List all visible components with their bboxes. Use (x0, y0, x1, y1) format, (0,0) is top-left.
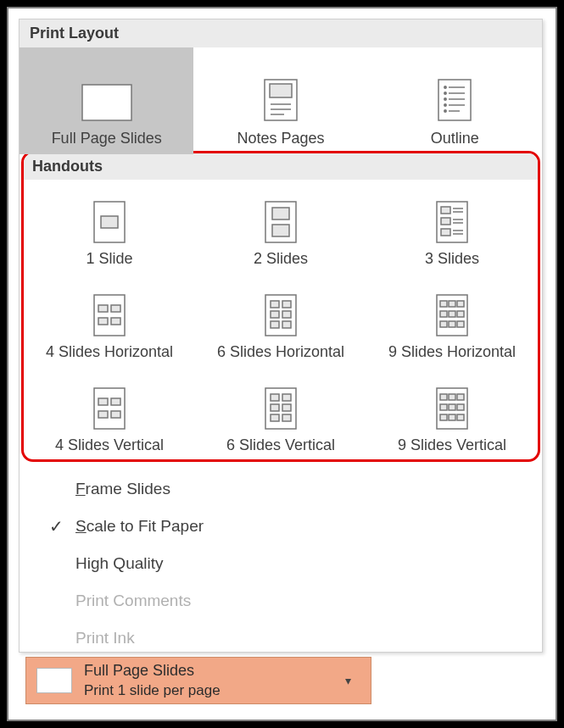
dropdown-text: Full Page Slides Print 1 slide per page (84, 661, 345, 699)
notes-pages-icon (264, 79, 298, 121)
svg-rect-61 (282, 394, 291, 401)
svg-rect-71 (449, 404, 455, 410)
svg-rect-0 (82, 85, 131, 120)
layout-option-full-page[interactable]: Full Page Slides (20, 47, 193, 154)
svg-rect-43 (282, 321, 291, 328)
outline-icon (438, 79, 472, 121)
chevron-down-icon: ▾ (345, 674, 371, 687)
svg-point-13 (444, 104, 446, 106)
handout-label: 2 Slides (254, 250, 308, 268)
layout-label: Outline (431, 130, 479, 147)
svg-rect-46 (449, 301, 455, 307)
layout-label: Full Page Slides (52, 130, 162, 147)
svg-rect-58 (111, 411, 120, 418)
svg-rect-6 (438, 80, 471, 120)
svg-rect-72 (457, 404, 464, 410)
svg-rect-75 (457, 414, 464, 420)
svg-rect-55 (98, 398, 108, 405)
layout-label: Notes Pages (237, 130, 324, 147)
handout-label: 3 Slides (425, 250, 479, 268)
dropdown-subtitle: Print 1 slide per page (84, 681, 345, 700)
svg-rect-70 (440, 404, 447, 410)
handout-4h-icon (93, 294, 126, 336)
handout-2-icon (265, 201, 297, 243)
handout-6v-icon (265, 387, 297, 430)
handout-option-6-horizontal[interactable]: 6 Slides Horizontal (195, 273, 366, 366)
handout-1-icon (93, 201, 126, 243)
handout-3-icon (436, 201, 468, 243)
menu-item-scale-to-fit[interactable]: ✓ Scale to Fit Paper (20, 508, 542, 545)
svg-point-9 (444, 92, 446, 94)
svg-rect-73 (440, 414, 447, 420)
svg-point-7 (444, 86, 446, 88)
svg-rect-69 (457, 394, 464, 400)
svg-rect-56 (111, 398, 120, 405)
svg-rect-38 (271, 301, 279, 308)
app-frame: Print Layout Full Page Slides Notes Page… (7, 7, 557, 721)
svg-rect-48 (440, 311, 447, 317)
handout-label: 9 Slides Vertical (398, 436, 506, 454)
handout-option-4-vertical[interactable]: 4 Slides Vertical (24, 366, 195, 459)
svg-rect-45 (440, 301, 447, 307)
svg-rect-63 (282, 404, 291, 411)
svg-rect-65 (282, 414, 291, 421)
handout-label: 6 Slides Vertical (226, 436, 335, 454)
menu-item-print-comments: Print Comments (20, 582, 542, 620)
dropdown-title: Full Page Slides (84, 661, 345, 681)
svg-rect-25 (441, 229, 450, 236)
svg-rect-2 (270, 84, 292, 97)
svg-rect-35 (98, 318, 108, 325)
menu-item-print-ink: Print Ink (20, 620, 542, 657)
menu-item-high-quality[interactable]: High Quality (20, 545, 542, 582)
svg-rect-49 (449, 311, 455, 317)
svg-rect-60 (271, 394, 279, 401)
handouts-section-highlight: Handouts 1 Slide 2 Slides (21, 151, 540, 462)
handout-option-3-slides[interactable]: 3 Slides (366, 180, 538, 273)
svg-point-11 (444, 98, 446, 100)
layout-option-outline[interactable]: Outline (368, 47, 542, 154)
menu-item-label: High Quality (75, 554, 164, 573)
svg-point-15 (444, 110, 446, 112)
svg-rect-62 (271, 404, 279, 411)
svg-rect-21 (272, 225, 289, 236)
handout-option-9-horizontal[interactable]: 9 Slides Horizontal (366, 273, 538, 366)
check-icon: ✓ (36, 516, 75, 536)
section-header-print-layout: Print Layout (20, 19, 542, 47)
svg-rect-47 (457, 301, 464, 307)
slide-thumbnail-icon (36, 668, 72, 693)
handout-9v-icon (436, 387, 468, 430)
menu-item-label: Print Ink (75, 629, 135, 647)
svg-rect-23 (441, 207, 450, 214)
svg-rect-54 (94, 388, 125, 429)
svg-rect-36 (111, 318, 120, 325)
svg-rect-33 (98, 305, 108, 312)
print-options-list: Frame Slides ✓ Scale to Fit Paper High Q… (20, 464, 542, 660)
svg-rect-34 (111, 305, 120, 312)
print-layout-dropdown[interactable]: Full Page Slides Print 1 slide per page … (25, 657, 371, 704)
handout-option-2-slides[interactable]: 2 Slides (195, 180, 366, 273)
handout-option-1-slide[interactable]: 1 Slide (24, 180, 195, 273)
menu-item-frame-slides[interactable]: Frame Slides (20, 470, 542, 508)
handout-option-4-horizontal[interactable]: 4 Slides Horizontal (24, 273, 195, 366)
svg-rect-50 (457, 311, 464, 317)
handouts-grid: 1 Slide 2 Slides (24, 180, 538, 459)
svg-rect-41 (282, 311, 291, 318)
handout-label: 1 Slide (86, 250, 132, 268)
handout-option-6-vertical[interactable]: 6 Slides Vertical (195, 366, 366, 459)
handout-9h-icon (436, 294, 468, 336)
svg-rect-64 (271, 414, 279, 421)
print-layout-row: Full Page Slides Notes Pages (20, 47, 542, 154)
svg-rect-68 (449, 394, 455, 400)
handout-option-9-vertical[interactable]: 9 Slides Vertical (366, 366, 538, 459)
svg-rect-74 (449, 414, 455, 420)
handout-4v-icon (93, 387, 126, 430)
svg-rect-20 (272, 208, 289, 220)
handout-6h-icon (265, 294, 297, 336)
svg-rect-40 (271, 311, 279, 318)
layout-option-notes-pages[interactable]: Notes Pages (193, 47, 367, 154)
handout-label: 4 Slides Horizontal (46, 343, 173, 361)
menu-item-label: Scale to Fit Paper (75, 517, 204, 536)
svg-rect-53 (457, 321, 464, 327)
svg-rect-18 (101, 216, 118, 228)
section-header-handouts: Handouts (24, 153, 538, 180)
